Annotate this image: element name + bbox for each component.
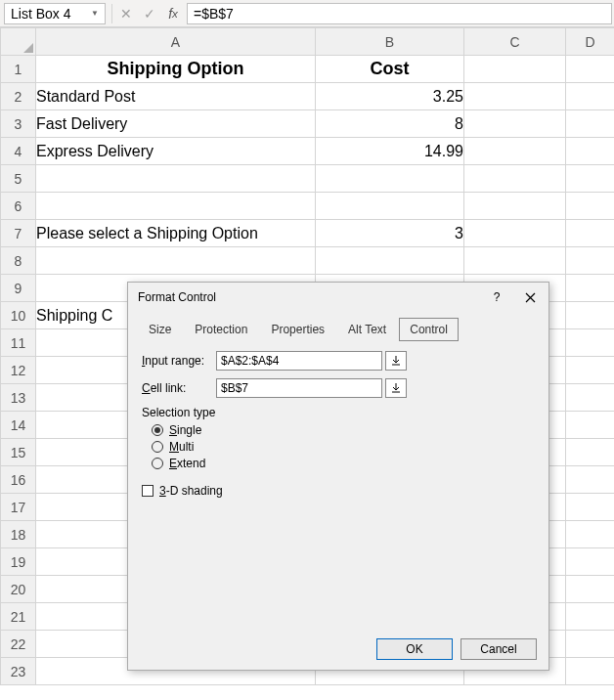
cell-D1[interactable] [566,56,615,83]
cell-A1[interactable]: Shipping Option [36,56,316,83]
dialog-titlebar[interactable]: Format Control ? [128,283,548,312]
select-all-corner[interactable] [1,28,36,56]
radio-extend[interactable]: Extend [152,457,535,470]
cell-B4[interactable]: 14.99 [316,138,464,165]
cell-link-picker[interactable] [385,378,407,398]
cell-D19[interactable] [566,548,615,576]
cell-D14[interactable] [566,412,615,439]
confirm-entry-icon[interactable]: ✓ [138,0,161,27]
fx-icon[interactable]: fx [161,0,185,27]
row-header[interactable]: 9 [1,275,36,302]
row-header[interactable]: 17 [1,494,36,521]
col-header-C[interactable]: C [464,28,566,56]
col-header-B[interactable]: B [316,28,464,56]
ok-button[interactable]: OK [376,638,453,660]
cell-D23[interactable] [566,658,615,685]
tab-protection[interactable]: Protection [184,318,258,341]
cell-C5[interactable] [464,165,566,193]
cell-D18[interactable] [566,521,615,548]
input-range-field[interactable]: $A$2:$A$4 [216,351,382,371]
cell-D20[interactable] [566,576,615,603]
cell-B2[interactable]: 3.25 [316,83,464,110]
cell-D7[interactable] [566,220,615,247]
cell-D5[interactable] [566,165,615,193]
chevron-down-icon: ▼ [91,9,99,18]
cell-B8[interactable] [316,247,464,275]
row-header[interactable]: 2 [1,83,36,110]
cell-B6[interactable] [316,193,464,220]
row-header[interactable]: 21 [1,603,36,631]
row-header[interactable]: 12 [1,357,36,384]
cell-A4[interactable]: Express Delivery [36,138,316,165]
row-header[interactable]: 14 [1,412,36,439]
help-button[interactable]: ? [480,284,513,310]
cell-D17[interactable] [566,494,615,521]
row-header[interactable]: 11 [1,329,36,357]
tab-alttext[interactable]: Alt Text [337,318,397,341]
row-header[interactable]: 6 [1,193,36,220]
cell-B5[interactable] [316,165,464,193]
row-header[interactable]: 7 [1,220,36,247]
cell-D13[interactable] [566,384,615,412]
radio-multi[interactable]: Multi [152,440,535,454]
cell-B1[interactable]: Cost [316,56,464,83]
row-header[interactable]: 3 [1,110,36,138]
formula-input[interactable]: =$B$7 [187,3,612,24]
cell-D3[interactable] [566,110,615,138]
cell-link-field[interactable]: $B$7 [216,378,382,398]
cell-C6[interactable] [464,193,566,220]
row-header[interactable]: 13 [1,384,36,412]
cell-C2[interactable] [464,83,566,110]
radio-icon [152,441,163,453]
row-header[interactable]: 15 [1,439,36,466]
cell-C7[interactable] [464,220,566,247]
tab-size[interactable]: Size [138,318,182,341]
cell-D11[interactable] [566,329,615,357]
row-header[interactable]: 16 [1,466,36,494]
radio-single[interactable]: Single [152,423,535,437]
row-header[interactable]: 4 [1,138,36,165]
cell-C1[interactable] [464,56,566,83]
cell-A3[interactable]: Fast Delivery [36,110,316,138]
cell-D16[interactable] [566,466,615,494]
cell-D21[interactable] [566,603,615,631]
cell-D4[interactable] [566,138,615,165]
col-header-A[interactable]: A [36,28,316,56]
cell-D12[interactable] [566,357,615,384]
row-header[interactable]: 5 [1,165,36,193]
cancel-button[interactable]: Cancel [460,638,537,660]
cell-A7[interactable]: Please select a Shipping Option [36,220,316,247]
row-header[interactable]: 20 [1,576,36,603]
checkbox-3d-shading[interactable]: 3-D shading [142,484,535,498]
row-header[interactable]: 10 [1,302,36,329]
cell-C8[interactable] [464,247,566,275]
tab-control[interactable]: Control [399,318,459,341]
cell-B3[interactable]: 8 [316,110,464,138]
close-button[interactable] [513,284,547,310]
cell-A8[interactable] [36,247,316,275]
row-header[interactable]: 8 [1,247,36,275]
cell-D22[interactable] [566,631,615,658]
cell-D6[interactable] [566,193,615,220]
cancel-entry-icon[interactable]: ✕ [114,0,138,27]
row-header[interactable]: 22 [1,631,36,658]
col-header-D[interactable]: D [566,28,615,56]
cell-D10[interactable] [566,302,615,329]
cell-C4[interactable] [464,138,566,165]
tab-properties[interactable]: Properties [260,318,335,341]
row-header[interactable]: 23 [1,658,36,685]
cell-A5[interactable] [36,165,316,193]
row-header[interactable]: 1 [1,56,36,83]
input-range-picker[interactable] [385,351,407,371]
row-header[interactable]: 19 [1,548,36,576]
cell-C3[interactable] [464,110,566,138]
name-box[interactable]: List Box 4 ▼ [4,3,106,24]
cell-D15[interactable] [566,439,615,466]
cell-B7[interactable]: 3 [316,220,464,247]
cell-D8[interactable] [566,247,615,275]
cell-A2[interactable]: Standard Post [36,83,316,110]
cell-D2[interactable] [566,83,615,110]
cell-D9[interactable] [566,275,615,302]
row-header[interactable]: 18 [1,521,36,548]
cell-A6[interactable] [36,193,316,220]
